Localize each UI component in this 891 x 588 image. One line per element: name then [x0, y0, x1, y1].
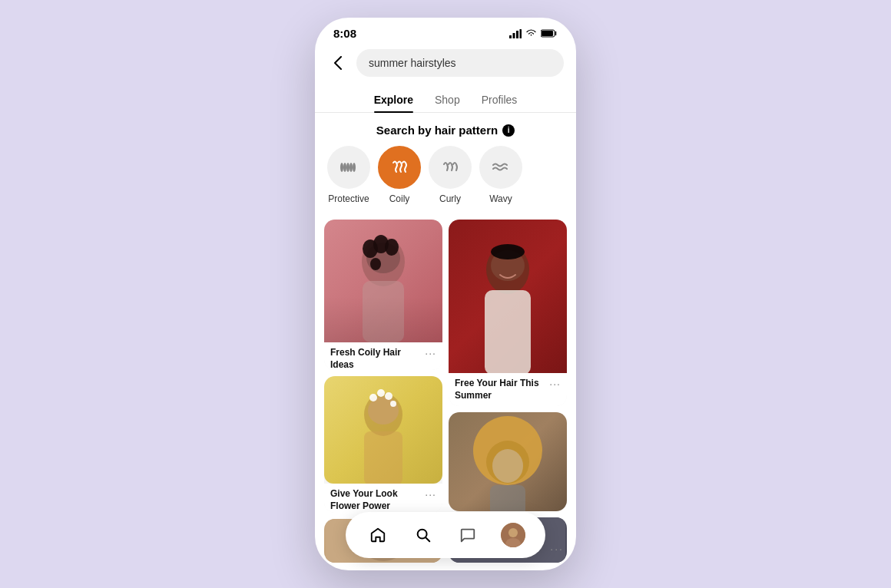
svg-rect-17	[363, 281, 404, 342]
pin-card-3[interactable]: Give Your Look Flower Power ···	[324, 376, 442, 512]
svg-rect-3	[520, 29, 522, 38]
pattern-curly[interactable]: Curly	[429, 146, 472, 204]
pin-image-yellow	[324, 376, 442, 484]
svg-rect-30	[485, 290, 531, 373]
svg-point-21	[377, 389, 385, 397]
pin2-more[interactable]: ···	[549, 378, 561, 390]
pattern-coily[interactable]: Coily	[378, 146, 421, 204]
pin3-more[interactable]: ···	[425, 488, 436, 500]
phone-frame: 8:08	[315, 18, 576, 570]
pin-image-pink	[324, 220, 442, 342]
wifi-icon	[525, 29, 537, 38]
pattern-label-wavy: Wavy	[489, 193, 512, 204]
svg-point-23	[390, 401, 396, 407]
pattern-label-protective: Protective	[328, 193, 369, 204]
pattern-wavy[interactable]: Wavy	[479, 146, 522, 204]
hair-pattern-section: Search by hair pattern i Protective	[315, 113, 576, 212]
bottom-nav-more[interactable]: ···	[550, 543, 564, 555]
signal-icon	[509, 29, 522, 38]
pin-image-red	[449, 220, 567, 373]
pattern-circle-coily	[378, 146, 421, 189]
status-icons	[509, 29, 558, 38]
pin-card-4[interactable]	[449, 412, 567, 511]
pin1-meta: Fresh Coily Hair Ideas ···	[324, 342, 442, 370]
pin3-meta: Give Your Look Flower Power ···	[324, 484, 442, 512]
svg-rect-0	[509, 35, 512, 38]
svg-rect-2	[516, 31, 518, 38]
svg-point-16	[370, 258, 381, 270]
pin3-title: Give Your Look Flower Power	[330, 488, 425, 512]
pattern-protective[interactable]: Protective	[327, 146, 370, 204]
section-title: Search by hair pattern i	[315, 124, 576, 137]
hair-patterns-row: Protective Coily	[315, 146, 576, 204]
pattern-circle-protective	[327, 146, 370, 189]
pin2-title: Free Your Hair This Summer	[455, 378, 549, 401]
svg-point-9	[349, 163, 353, 172]
back-button[interactable]	[327, 52, 349, 74]
pin1-title: Fresh Coily Hair Ideas	[330, 347, 425, 370]
pattern-circle-curly	[429, 146, 472, 189]
nav-chat[interactable]	[454, 521, 482, 549]
svg-point-33	[492, 449, 523, 483]
svg-point-10	[353, 163, 356, 172]
svg-point-8	[346, 163, 349, 172]
pin-card-1[interactable]: Fresh Coily Hair Ideas ···	[324, 220, 442, 370]
svg-point-7	[343, 163, 346, 172]
bottom-nav	[346, 512, 545, 558]
nav-search[interactable]	[409, 521, 437, 549]
search-bar-container	[315, 46, 576, 84]
svg-point-6	[340, 163, 343, 172]
pin-card-2[interactable]: Free Your Hair This Summer ···	[449, 220, 567, 406]
svg-rect-1	[513, 33, 515, 38]
nav-profile[interactable]	[499, 521, 527, 549]
status-time: 8:08	[333, 27, 356, 40]
svg-point-39	[508, 528, 518, 537]
pin1-more[interactable]: ···	[425, 347, 436, 359]
pins-right-column: Free Your Hair This Summer ···	[449, 220, 567, 563]
search-input[interactable]	[356, 49, 564, 77]
pin-image-blonde	[449, 412, 567, 511]
svg-rect-24	[364, 431, 402, 484]
svg-point-15	[385, 239, 399, 256]
status-bar: 8:08	[315, 18, 576, 46]
nav-avatar	[501, 523, 525, 547]
pattern-label-curly: Curly	[439, 193, 461, 204]
svg-rect-5	[542, 31, 553, 36]
svg-point-20	[369, 394, 377, 401]
pins-left-column: Fresh Coily Hair Ideas ···	[324, 220, 442, 563]
pattern-circle-wavy	[479, 146, 522, 189]
tab-shop[interactable]: Shop	[435, 89, 460, 112]
tabs-row: Explore Shop Profiles	[315, 84, 576, 113]
battery-icon	[541, 29, 558, 38]
tab-explore[interactable]: Explore	[374, 89, 413, 112]
tab-profiles[interactable]: Profiles	[482, 89, 518, 112]
svg-rect-34	[490, 485, 525, 511]
pin2-meta: Free Your Hair This Summer ···	[449, 373, 567, 406]
nav-home[interactable]	[364, 521, 392, 549]
pattern-label-coily: Coily	[389, 193, 410, 204]
svg-point-22	[385, 392, 393, 400]
svg-point-29	[491, 244, 525, 259]
info-icon[interactable]: i	[502, 124, 515, 137]
